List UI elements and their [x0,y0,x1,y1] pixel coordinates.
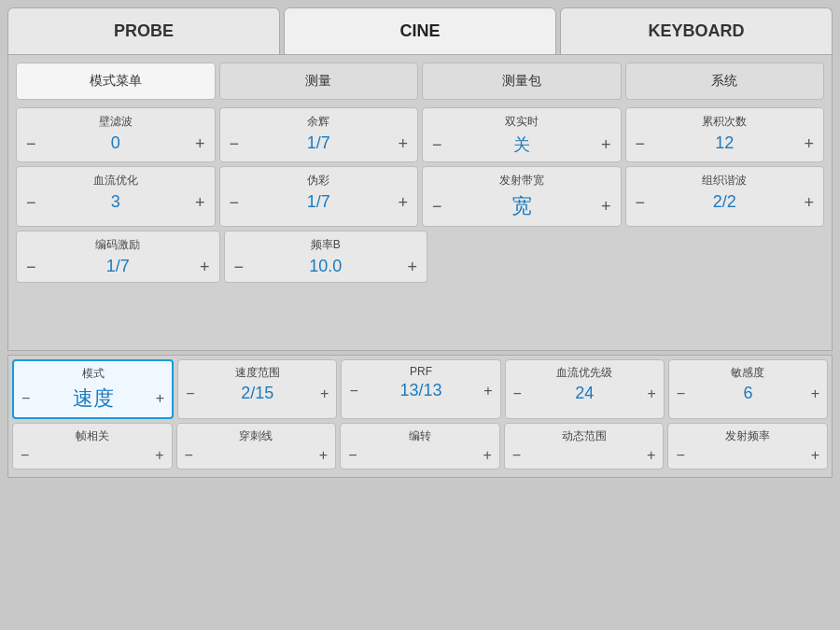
accumulate-count-plus[interactable]: + [798,135,819,152]
dual-realtime-label: 双实时 [505,114,539,130]
tx-bandwidth-minus[interactable]: − [427,198,448,215]
bottom-rotation: 编转 − + [340,423,500,469]
bottom-speed-range-label: 速度范围 [235,365,280,381]
bottom-prf-value-row: − 13/13 + [345,381,496,400]
top-tabs-container: PROBE CINE KEYBOARD [0,0,840,54]
control-pseudo-color: 伪彩 − 1/7 + [219,166,419,227]
afterglow-value-row: − 1/7 + [224,133,414,153]
tx-bandwidth-value-row: − 宽 + [427,192,617,220]
bottom-prf-minus[interactable]: − [345,383,361,399]
inner-tab-system-label: 系统 [711,73,737,88]
tissue-harmonic-value: 2/2 [651,192,798,212]
bottom-frame-correlate-label: 帧相关 [76,428,109,444]
empty-cell-1 [431,231,626,283]
afterglow-minus[interactable]: − [224,135,245,152]
tab-keyboard-label: KEYBOARD [648,21,744,40]
bottom-prf-plus[interactable]: + [480,383,496,399]
bottom-speed-range-minus[interactable]: − [182,385,198,402]
tab-probe-label: PROBE [114,21,174,40]
bottom-prf-label: PRF [410,365,432,378]
bottom-prf: PRF − 13/13 + [341,359,500,419]
bottom-needle-line-value-row: − + [181,447,332,464]
bottom-flow-priority-plus[interactable]: + [643,385,659,402]
afterglow-label: 余辉 [307,114,329,130]
bottom-dynamic-range-plus[interactable]: + [643,447,659,464]
bottom-sensitivity-plus[interactable]: + [807,385,823,402]
dual-realtime-value: 关 [448,133,595,156]
bottom-tx-freq-value-row: − + [672,447,823,464]
bottom-flow-priority-value: 24 [525,384,644,403]
coded-excitation-plus[interactable]: + [194,259,216,275]
tab-probe[interactable]: PROBE [7,7,280,54]
bottom-mode-plus[interactable]: + [152,390,168,407]
control-coded-excitation: 编码激励 − 1/7 + [16,231,220,283]
tissue-harmonic-minus[interactable]: − [630,194,651,211]
pseudo-color-plus[interactable]: + [392,194,413,211]
inner-tab-measure[interactable]: 测量 [219,63,419,100]
wall-filter-plus[interactable]: + [189,135,211,152]
bottom-mode-minus[interactable]: − [18,390,34,407]
tissue-harmonic-plus[interactable]: + [798,194,819,211]
bottom-rotation-plus[interactable]: + [479,447,495,464]
coded-excitation-minus[interactable]: − [21,259,42,275]
freq-b-label: 频率B [311,237,341,253]
inner-tab-system[interactable]: 系统 [625,63,825,100]
tx-bandwidth-value: 宽 [448,192,595,220]
inner-tab-measure-pack[interactable]: 测量包 [422,63,622,100]
wall-filter-value: 0 [42,133,189,153]
bottom-mode-value: 速度 [34,385,152,413]
flow-optimize-plus[interactable]: + [189,194,211,211]
tx-bandwidth-label: 发射带宽 [499,173,544,189]
flow-optimize-value-row: − 3 + [21,192,211,212]
tab-cine[interactable]: CINE [284,7,556,54]
flow-optimize-label: 血流优化 [93,173,138,189]
bottom-speed-range-plus[interactable]: + [316,385,332,402]
wall-filter-minus[interactable]: − [21,135,42,152]
afterglow-value: 1/7 [245,133,392,153]
tab-keyboard[interactable]: KEYBOARD [560,7,833,54]
bottom-tx-freq: 发射频率 − + [667,423,828,469]
bottom-frame-correlate-plus[interactable]: + [151,447,167,464]
bottom-frame-correlate-value-row: − + [17,447,168,464]
bottom-rotation-value-row: − + [344,447,496,464]
bottom-frame-correlate-minus[interactable]: − [17,447,33,464]
freq-b-minus[interactable]: − [229,259,250,275]
bottom-speed-range-value-row: − 2/15 + [182,384,332,403]
control-tissue-harmonic: 组织谐波 − 2/2 + [625,166,825,227]
accumulate-count-value: 12 [651,133,798,153]
bottom-needle-line-label: 穿刺线 [239,428,273,444]
accumulate-count-minus[interactable]: − [630,135,651,152]
bottom-rotation-minus[interactable]: − [344,447,360,464]
flow-optimize-minus[interactable]: − [21,194,42,211]
bottom-dynamic-range-minus[interactable]: − [509,447,525,464]
bottom-tx-freq-plus[interactable]: + [807,447,823,464]
bottom-needle-line-plus[interactable]: + [315,447,331,464]
pseudo-color-minus[interactable]: − [224,194,245,211]
bottom-sensitivity: 敏感度 − 6 + [668,359,828,419]
inner-tab-mode-menu[interactable]: 模式菜单 [16,63,216,100]
afterglow-plus[interactable]: + [392,135,413,152]
bottom-dynamic-range-label: 动态范围 [562,428,607,444]
bottom-needle-line-minus[interactable]: − [181,447,197,464]
freq-b-plus[interactable]: + [401,259,423,275]
inner-tab-measure-label: 测量 [305,73,331,88]
coded-excitation-value-row: − 1/7 + [21,257,216,276]
control-row-3: 编码激励 − 1/7 + 频率B − 10.0 + [16,231,824,283]
bottom-sensitivity-minus[interactable]: − [673,385,689,402]
bottom-sensitivity-value: 6 [689,384,807,403]
coded-excitation-value: 1/7 [42,257,194,276]
inner-tab-measure-pack-label: 测量包 [502,73,541,88]
dual-realtime-minus[interactable]: − [427,136,448,153]
bottom-row-1: 模式 − 速度 + 速度范围 − 2/15 + PRF − 13/13 + [12,359,828,419]
bottom-sensitivity-value-row: − 6 + [673,384,823,403]
bottom-tx-freq-minus[interactable]: − [672,447,688,464]
control-flow-optimize: 血流优化 − 3 + [16,166,216,227]
dual-realtime-plus[interactable]: + [595,136,617,153]
tx-bandwidth-plus[interactable]: + [595,198,617,215]
control-afterglow: 余辉 − 1/7 + [219,107,419,162]
bottom-flow-priority-minus[interactable]: − [510,385,525,402]
bottom-mode: 模式 − 速度 + [12,359,174,419]
empty-cell-2 [630,231,825,283]
control-tx-bandwidth: 发射带宽 − 宽 + [422,166,622,227]
flow-optimize-value: 3 [42,192,189,212]
